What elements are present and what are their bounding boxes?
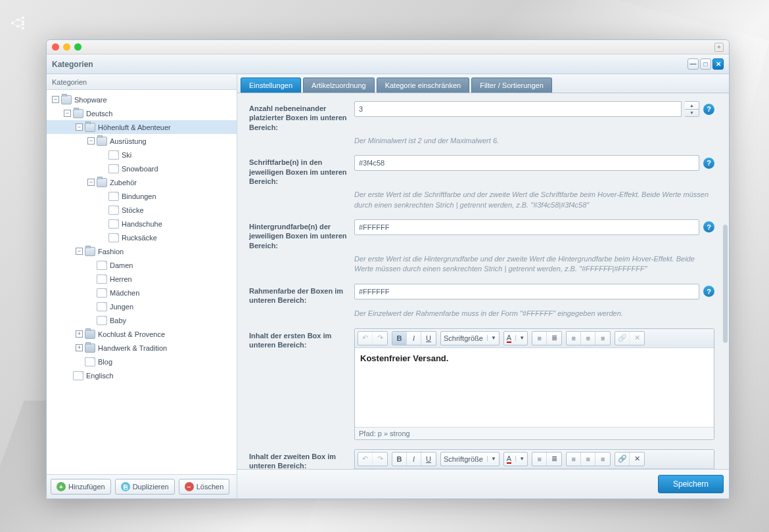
tree-node[interactable]: Rucksäcke — [47, 231, 237, 244]
help-icon[interactable]: ? — [703, 286, 714, 297]
redo-icon[interactable]: ↷ — [373, 332, 387, 345]
tree-node[interactable]: −Höhenluft & Abenteuer — [47, 120, 237, 134]
document-icon — [97, 316, 107, 325]
collapse-icon[interactable]: − — [76, 123, 83, 131]
redo-icon[interactable]: ↷ — [373, 453, 387, 466]
list-bullet-icon[interactable]: ≡ — [532, 332, 547, 345]
tab[interactable]: Filter / Sortierungen — [471, 78, 552, 93]
minimize-button[interactable]: — — [687, 58, 699, 70]
spinner-down-icon[interactable]: ▼ — [685, 110, 699, 117]
tree-node[interactable]: Damen — [47, 258, 237, 272]
collapse-icon[interactable]: − — [76, 248, 83, 255]
document-icon — [108, 150, 119, 160]
tree-node[interactable]: −Ausrüstung — [47, 134, 237, 148]
bold-button[interactable]: B — [392, 332, 407, 345]
collapse-icon[interactable]: − — [64, 110, 71, 117]
mac-zoom-icon[interactable] — [74, 43, 82, 51]
undo-icon[interactable]: ↶ — [358, 332, 373, 345]
tree-node[interactable]: Handschuhe — [47, 217, 237, 231]
close-button[interactable]: ✕ — [712, 58, 724, 70]
collapse-icon[interactable]: − — [87, 137, 95, 144]
tree-node[interactable]: −Deutsch — [47, 106, 237, 120]
duplicate-button[interactable]: ⎘ Duplizieren — [115, 479, 175, 495]
spinner-up-icon[interactable]: ▲ — [685, 102, 699, 110]
categories-window: + Kategorien — □ ✕ Kategorien −Shopware−… — [46, 39, 730, 499]
align-right-icon[interactable]: ≡ — [595, 453, 610, 466]
link-icon[interactable]: 🔗 — [615, 332, 630, 345]
mac-add-tab-icon[interactable]: + — [714, 43, 724, 52]
box1-editor-content[interactable]: Kostenfreier Versand. — [355, 348, 714, 427]
underline-button[interactable]: U — [421, 453, 436, 466]
collapse-icon[interactable]: − — [87, 179, 95, 186]
tree-node[interactable]: −Fashion — [47, 244, 237, 258]
align-left-icon[interactable]: ≡ — [567, 332, 581, 345]
tree-node[interactable]: Herren — [47, 272, 237, 286]
tree-node[interactable]: Snowboard — [47, 162, 237, 175]
tree-node[interactable]: Ski — [47, 148, 237, 162]
delete-button[interactable]: − Löschen — [179, 479, 230, 495]
tree-label: Zubehör — [110, 179, 137, 187]
tree-node[interactable]: Englisch — [47, 368, 237, 382]
tab[interactable]: Einstellungen — [241, 78, 301, 93]
tree-node[interactable]: Blog — [47, 355, 237, 368]
tree-node[interactable]: Stöcke — [47, 203, 237, 217]
document-icon — [73, 371, 83, 380]
box-count-spinner[interactable]: ▲▼ — [685, 101, 699, 117]
tree-node[interactable]: −Zubehör — [47, 175, 237, 189]
align-left-icon[interactable]: ≡ — [567, 453, 581, 466]
tree-node[interactable]: +Kochlust & Provence — [47, 327, 237, 341]
tree-node[interactable]: Mädchen — [47, 286, 237, 299]
tree-node[interactable]: −Shopware — [47, 93, 237, 106]
tree-node[interactable]: +Handwerk & Tradition — [47, 341, 237, 355]
italic-button[interactable]: I — [407, 453, 421, 466]
collapse-icon[interactable]: − — [52, 96, 59, 103]
italic-button[interactable]: I — [407, 332, 421, 345]
bg-color-label: Hintergrundfarbe(n) der jeweiligen Boxen… — [249, 219, 354, 250]
list-bullet-icon[interactable]: ≡ — [532, 453, 547, 466]
document-icon — [97, 261, 107, 270]
help-icon[interactable]: ? — [703, 158, 714, 169]
align-center-icon[interactable]: ≡ — [581, 453, 595, 466]
font-size-select[interactable]: Schriftgröße ▼ — [440, 331, 500, 345]
align-center-icon[interactable]: ≡ — [581, 332, 595, 345]
font-color-select[interactable]: A ▼ — [503, 331, 528, 345]
tree-node[interactable]: Bindungen — [47, 189, 237, 203]
list-number-icon[interactable]: ≣ — [547, 332, 561, 345]
folder-icon — [61, 95, 72, 104]
box-count-input[interactable] — [354, 101, 682, 117]
tree-node[interactable]: Baby — [47, 313, 237, 327]
mac-close-icon[interactable] — [52, 43, 59, 51]
plus-icon: + — [57, 482, 66, 491]
tree-label: Ski — [122, 151, 131, 159]
add-button[interactable]: + Hinzufügen — [51, 479, 111, 495]
mac-minimize-icon[interactable] — [63, 43, 70, 51]
help-icon[interactable]: ? — [703, 104, 714, 115]
font-size-select[interactable]: Schriftgröße ▼ — [440, 452, 500, 466]
undo-icon[interactable]: ↶ — [358, 453, 373, 466]
tree-label: Herren — [110, 275, 132, 283]
help-icon[interactable]: ? — [703, 221, 714, 233]
tab[interactable]: Kategorie einschränken — [377, 78, 470, 93]
document-icon — [108, 192, 119, 201]
unlink-icon[interactable]: ✕ — [630, 453, 644, 466]
expand-icon[interactable]: + — [76, 330, 83, 338]
border-color-input[interactable] — [354, 284, 699, 299]
font-color-help: Der erste Wert ist die Schriftfarbe und … — [354, 190, 714, 210]
align-right-icon[interactable]: ≡ — [595, 332, 610, 345]
bg-color-input[interactable] — [354, 219, 699, 235]
list-number-icon[interactable]: ≣ — [547, 453, 561, 466]
font-color-input[interactable] — [354, 155, 699, 171]
tab[interactable]: Artikelzuordnung — [303, 78, 375, 93]
unlink-icon[interactable]: ✕ — [630, 332, 644, 345]
underline-button[interactable]: U — [421, 332, 436, 345]
font-color-select[interactable]: A ▼ — [503, 452, 528, 466]
tree-node[interactable]: Jungen — [47, 299, 237, 313]
save-button[interactable]: Speichern — [658, 475, 724, 493]
bold-button[interactable]: B — [392, 453, 407, 466]
chevron-down-icon: ▼ — [515, 456, 524, 462]
scrollbar[interactable] — [723, 225, 728, 343]
expand-icon[interactable]: + — [76, 344, 83, 351]
link-icon[interactable]: 🔗 — [615, 453, 630, 466]
folder-icon — [85, 247, 95, 256]
maximize-button[interactable]: □ — [700, 58, 711, 70]
